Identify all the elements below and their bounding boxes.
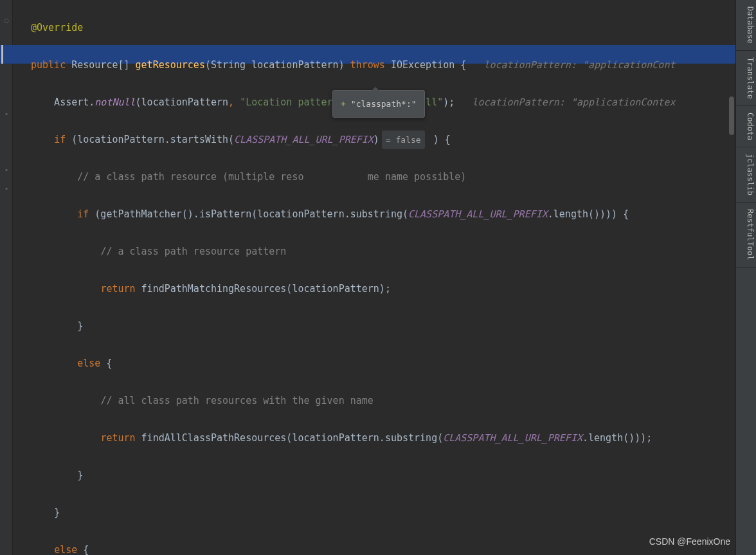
type: Resource xyxy=(71,59,118,71)
keyword: public xyxy=(31,59,66,71)
tool-tab-translate[interactable]: Translate xyxy=(736,51,756,106)
text: (locationPattern.startsWith( xyxy=(66,134,234,145)
text: (String locationPattern) xyxy=(205,59,350,71)
quick-doc-tooltip: +"classpath*:" xyxy=(332,90,425,118)
constant: CLASSPATH_ALL_URL_PREFIX xyxy=(408,208,548,220)
gutter-override-icon[interactable]: ○ xyxy=(2,11,11,20)
text: [] xyxy=(118,59,135,71)
text: { xyxy=(100,358,112,369)
tool-tab-database[interactable]: Database xyxy=(736,0,756,51)
keyword: if xyxy=(77,208,89,220)
comment: // a class path resource pattern xyxy=(100,246,286,257)
method-name: getResources xyxy=(136,59,205,71)
tool-tab-label: RestfulTool xyxy=(746,209,755,260)
text: ); xyxy=(443,96,455,108)
text: .length()))) { xyxy=(548,208,629,220)
keyword: if xyxy=(54,134,66,145)
static-method: notNull xyxy=(94,96,135,108)
code-editor[interactable]: @Override public Resource[] getResources… xyxy=(13,0,735,555)
text: } xyxy=(54,507,60,518)
tool-tab-label: Database xyxy=(746,6,755,44)
text-caret xyxy=(1,45,3,64)
keyword: return xyxy=(100,283,135,295)
gutter-mark-icon[interactable]: • xyxy=(2,161,11,170)
text: IOException { xyxy=(385,59,466,71)
tool-tab-restfultool[interactable]: RestfulTool xyxy=(736,203,756,267)
text: , xyxy=(228,96,240,108)
keyword: else xyxy=(54,544,77,555)
keyword: throws xyxy=(350,59,385,71)
gutter-mark-icon[interactable]: • xyxy=(2,105,11,114)
inline-value-hint: = false xyxy=(382,131,425,149)
constant: CLASSPATH_ALL_URL_PREFIX xyxy=(234,134,374,145)
inlay-hint: locationPattern: "applicationCont xyxy=(466,59,675,71)
tool-tab-label: jclasslib xyxy=(746,154,755,196)
editor-gutter: ○ • • • xyxy=(0,0,13,555)
right-tool-sidebar: Database Translate Codota jclasslib Rest… xyxy=(735,0,756,555)
text: ) xyxy=(374,134,379,145)
comment: // all class path resources with the giv… xyxy=(100,395,373,406)
comment: // a class path resource (multiple reso … xyxy=(77,171,466,183)
tool-tab-label: Translate xyxy=(746,57,755,99)
text: } xyxy=(77,320,83,332)
text: Assert. xyxy=(31,96,94,108)
text: .length())); xyxy=(582,432,652,444)
text: findAllClassPathResources(locationPatter… xyxy=(136,432,444,444)
tool-tab-jclasslib[interactable]: jclasslib xyxy=(736,147,756,203)
text: (locationPattern xyxy=(136,96,229,108)
plus-icon: + xyxy=(341,99,346,109)
keyword: else xyxy=(77,358,100,369)
annotation: @Override xyxy=(31,22,83,33)
constant: CLASSPATH_ALL_URL_PREFIX xyxy=(443,432,582,444)
gutter-mark-icon[interactable]: • xyxy=(2,179,11,188)
keyword: return xyxy=(100,432,135,444)
tool-tab-label: Codota xyxy=(746,113,755,140)
tool-tab-codota[interactable]: Codota xyxy=(736,106,756,147)
tooltip-text: "classpath*:" xyxy=(351,99,417,109)
text: } xyxy=(77,469,83,481)
text: ) { xyxy=(428,134,451,145)
text: (getPathMatcher().isPattern(locationPatt… xyxy=(89,208,408,220)
text: { xyxy=(77,544,89,555)
text: findPathMatchingResources(locationPatter… xyxy=(136,283,391,295)
inlay-hint: locationPattern: "applicationContex xyxy=(455,96,675,108)
